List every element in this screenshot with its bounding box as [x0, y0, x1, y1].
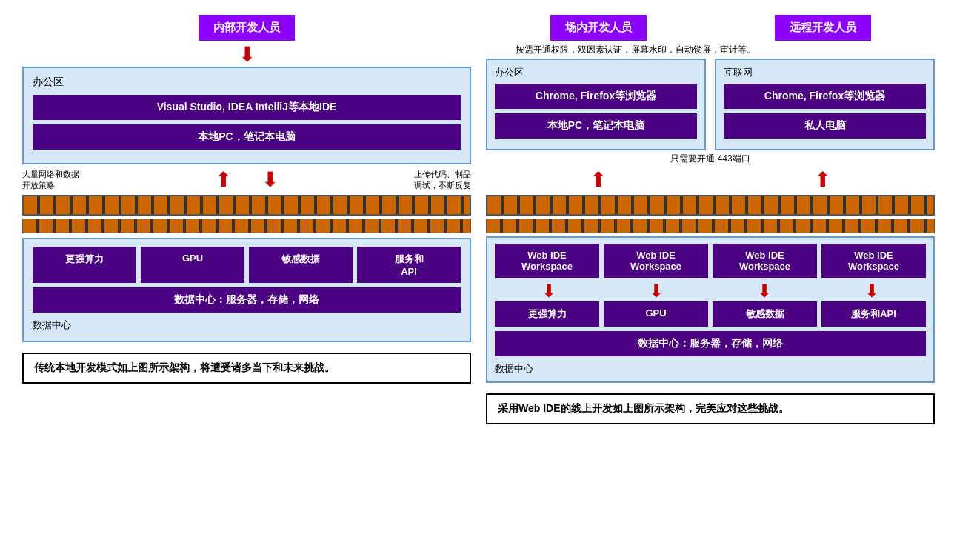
right-resource-row: 更强算力 GPU 敏感数据 服务和API: [495, 301, 926, 327]
left-arrow-down-1: ⬇: [22, 44, 471, 65]
right-web-ide-2: Web IDE Workspace: [604, 244, 708, 278]
right-office-box: 办公区 Chrome, Firefox等浏览器 本地PC，笔记本电脑: [486, 59, 706, 150]
left-resource-2: GPU: [141, 247, 244, 283]
left-striped-bar-2: [22, 219, 471, 233]
left-datacenter-box: 数据中心：服务器，存储，网络: [33, 287, 461, 313]
left-arrow-down-2: ⬇: [261, 167, 279, 192]
right-ide-arrow-4: ⬇: [818, 281, 927, 301]
left-annotation-left: 大量网络和数据 开放策略: [22, 167, 215, 191]
right-persons-row: 场内开发人员 远程开发人员: [486, 15, 935, 41]
left-striped-bar-1: [22, 195, 471, 216]
right-internet-box: 互联网 Chrome, Firefox等浏览器 私人电脑: [715, 59, 935, 150]
right-web-ide-4: Web IDE Workspace: [821, 244, 926, 278]
right-internet-label: 互联网: [724, 66, 926, 79]
right-arrows-dual: ⬆ ⬆: [486, 167, 935, 192]
left-person-label: 内部开发人员: [199, 15, 295, 41]
left-service-box: 服务和 API: [357, 247, 461, 283]
right-datacenter-label: 数据中心: [495, 362, 926, 376]
right-web-ide-1: Web IDE Workspace: [495, 244, 599, 278]
left-pc-box: 本地PC，笔记本电脑: [33, 124, 461, 150]
left-arrows-dual: ⬆ ⬇: [215, 167, 279, 192]
left-resource-3: 敏感数据: [249, 247, 353, 283]
right-annotation: 按需开通权限，双因素认证，屏幕水印，自动锁屏，审计等。: [486, 44, 935, 56]
right-resource-2: GPU: [604, 301, 708, 327]
left-ide-box: Visual Studio, IDEA IntelliJ等本地IDE: [33, 95, 461, 120]
left-arrow-up: ⬆: [215, 167, 232, 192]
left-datacenter-label: 数据中心: [33, 319, 461, 332]
left-diagram: 内部开发人员 ⬇ 办公区 Visual Studio, IDEA Intelli…: [22, 15, 471, 424]
left-resource-row: 更强算力 GPU 敏感数据 服务和 API: [33, 247, 461, 283]
right-datacenter-outer: Web IDE Workspace Web IDE Workspace Web …: [486, 236, 935, 383]
right-ide-arrow-1: ⬇: [495, 281, 603, 301]
right-internet-pc: 私人电脑: [724, 113, 926, 139]
right-office-browser: Chrome, Firefox等浏览器: [495, 84, 697, 109]
right-top-cols: 办公区 Chrome, Firefox等浏览器 本地PC，笔记本电脑 互联网 C…: [486, 59, 935, 150]
right-web-ide-row: Web IDE Workspace Web IDE Workspace Web …: [495, 244, 926, 278]
right-resource-1: 更强算力: [495, 301, 599, 327]
right-person1-label: 场内开发人员: [550, 15, 647, 41]
right-internet-browser: Chrome, Firefox等浏览器: [724, 84, 926, 109]
left-office-box: 办公区 Visual Studio, IDEA IntelliJ等本地IDE 本…: [22, 67, 471, 164]
right-ide-arrow-2: ⬇: [603, 281, 711, 301]
left-resource-1: 更强算力: [33, 247, 136, 283]
right-ide-arrow-3: ⬇: [710, 281, 818, 301]
left-desc: 传统本地开发模式如上图所示架构，将遭受诸多当下和未来挑战。: [22, 353, 471, 384]
right-web-ide-arrows: ⬇ ⬇ ⬇ ⬇: [495, 281, 926, 301]
right-note-443: 只需要开通 443端口: [486, 153, 935, 165]
right-person2-label: 远程开发人员: [775, 15, 871, 41]
right-datacenter-box: 数据中心：服务器，存储，网络: [495, 331, 926, 356]
right-web-ide-3: Web IDE Workspace: [713, 244, 817, 278]
left-office-label: 办公区: [33, 76, 461, 89]
right-diagram: 场内开发人员 远程开发人员 按需开通权限，双因素认证，屏幕水印，自动锁屏，审计等…: [486, 15, 935, 424]
right-resource-3: 敏感数据: [713, 301, 817, 327]
right-desc: 采用Web IDE的线上开发如上图所示架构，完美应对这些挑战。: [486, 393, 935, 424]
right-office-pc: 本地PC，笔记本电脑: [495, 113, 697, 139]
left-annotation-right: 上传代码、制品 调试，不断反复: [279, 167, 471, 191]
left-annotation-area: 大量网络和数据 开放策略 ⬆ ⬇ 上传代码、制品 调试，不断反复: [22, 167, 471, 192]
right-office-label: 办公区: [495, 66, 697, 79]
right-striped-bar-2: [486, 219, 935, 233]
left-person-row: 内部开发人员: [22, 15, 471, 41]
right-arrow-up-1: ⬆: [590, 167, 607, 192]
left-datacenter-outer: 更强算力 GPU 敏感数据 服务和 API 数据中心：服务器，存储，网络 数据中…: [22, 238, 471, 342]
right-arrow-up-2: ⬆: [814, 167, 831, 192]
right-resource-4: 服务和API: [821, 301, 926, 327]
right-striped-bar-1: [486, 195, 935, 216]
